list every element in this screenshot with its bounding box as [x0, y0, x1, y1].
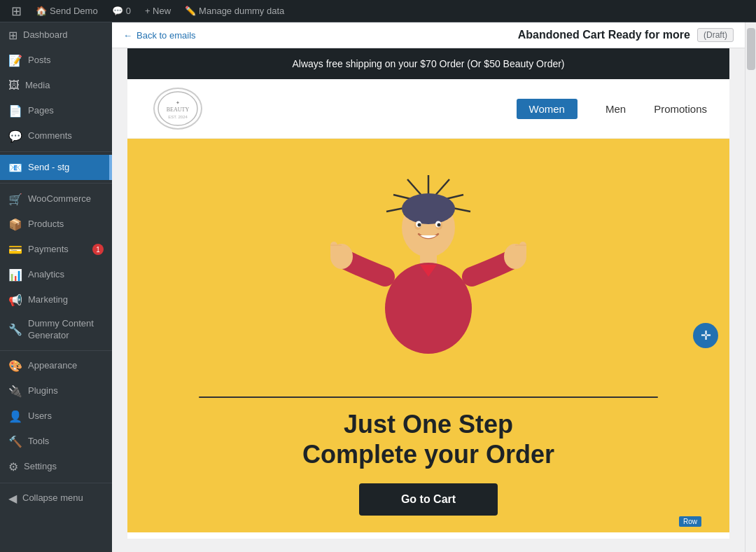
- svg-text:BEAUTY: BEAUTY: [167, 106, 190, 113]
- collapse-icon: ◀: [8, 492, 17, 505]
- dummy-content-icon: 🔧: [8, 323, 22, 336]
- sidebar-item-tools[interactable]: 🔨 Tools: [0, 429, 112, 455]
- comments-count: 0: [126, 6, 131, 16]
- svg-rect-22: [330, 242, 337, 257]
- sidebar-item-products[interactable]: 📦 Products: [0, 212, 112, 237]
- sidebar-item-label: Comments: [28, 130, 72, 142]
- sidebar-item-media[interactable]: 🖼 Media: [0, 73, 112, 98]
- sidebar-item-label: Media: [25, 80, 50, 92]
- sidebar-divider: [0, 483, 112, 483]
- comments-icon: 💬: [112, 6, 123, 16]
- wp-logo-icon: ⊞: [11, 4, 22, 19]
- users-icon: 👤: [8, 410, 22, 423]
- svg-text:✦: ✦: [176, 100, 180, 106]
- nav-link-women[interactable]: Women: [517, 99, 578, 119]
- move-icon: ✛: [701, 328, 711, 343]
- new-content-button[interactable]: + New: [139, 0, 176, 22]
- sidebar-item-plugins[interactable]: 🔌 Plugins: [0, 379, 112, 404]
- svg-rect-25: [519, 242, 526, 257]
- sidebar-item-label: Products: [28, 219, 64, 230]
- wp-logo-button[interactable]: ⊞: [6, 0, 27, 22]
- marketing-icon: 📢: [8, 294, 22, 307]
- email-nav-links: Women Men Promotions: [517, 99, 707, 119]
- draft-badge: (Draft): [697, 28, 734, 42]
- sidebar-divider: [0, 183, 112, 184]
- sidebar-item-label: Appearance: [28, 360, 77, 372]
- page-title: Abandoned Cart Ready for more: [518, 29, 690, 41]
- back-to-emails-link[interactable]: ← Back to emails: [123, 30, 196, 41]
- logo-svg: ✦ BEAUTY EST. 2024: [157, 90, 199, 127]
- email-canvas: Always free shipping on your $70 Order (…: [127, 48, 729, 539]
- nav-link-promotions[interactable]: Promotions: [654, 103, 707, 115]
- products-icon: 📦: [8, 218, 22, 231]
- sidebar-item-dummy-content[interactable]: 🔧 Dummy Content Generator: [0, 312, 112, 347]
- comments-button[interactable]: 💬 0: [106, 0, 136, 22]
- sidebar-item-label: Analytics: [28, 269, 64, 281]
- sidebar-item-payments[interactable]: 💳 Payments 1: [0, 237, 112, 262]
- sidebar-item-dashboard[interactable]: ⊞ Dashboard: [0, 22, 112, 48]
- sidebar-item-posts[interactable]: 📝 Posts: [0, 48, 112, 73]
- sidebar-divider: [0, 350, 112, 351]
- sidebar-item-settings[interactable]: ⚙ Settings: [0, 455, 112, 480]
- dashboard-icon: ⊞: [8, 29, 18, 42]
- back-arrow-icon: ←: [123, 30, 132, 41]
- nav-link-men[interactable]: Men: [606, 103, 626, 115]
- sidebar-item-label: Posts: [28, 55, 51, 67]
- sidebar-item-marketing[interactable]: 📢 Marketing: [0, 287, 112, 312]
- sidebar-item-appearance[interactable]: 🎨 Appearance: [0, 354, 112, 379]
- hero-divider: [199, 396, 658, 398]
- sidebar: ⊞ Dashboard 📝 Posts 🖼 Media 📄 Pages 💬 Co…: [0, 22, 112, 552]
- manage-dummy-label: Manage dummy data: [199, 6, 284, 16]
- site-name-button[interactable]: 🏠 Send Demo: [30, 0, 104, 22]
- go-to-cart-button[interactable]: Go to Cart: [359, 483, 498, 516]
- tools-icon: 🔨: [8, 435, 22, 448]
- sidebar-item-woocommerce[interactable]: 🛒 WooCommerce: [0, 186, 112, 212]
- character-illustration: [323, 161, 533, 385]
- woocommerce-icon: 🛒: [8, 193, 22, 206]
- email-preview-container[interactable]: Always free shipping on your $70 Order (…: [112, 48, 745, 552]
- sidebar-divider: [0, 151, 112, 152]
- settings-icon: ⚙: [8, 460, 18, 474]
- collapse-label: Collapse menu: [22, 492, 83, 504]
- sidebar-item-label: WooCommerce: [28, 193, 91, 205]
- sidebar-item-label: Send - stg: [28, 162, 69, 174]
- sidebar-item-users[interactable]: 👤 Users: [0, 404, 112, 429]
- admin-bar: ⊞ 🏠 Send Demo 💬 0 + New ✏️ Manage dummy …: [0, 0, 756, 22]
- sidebar-item-label: Pages: [28, 105, 54, 117]
- scrollbar-thumb[interactable]: [747, 28, 755, 70]
- site-name-label: Send Demo: [50, 6, 98, 16]
- payments-badge: 1: [92, 244, 104, 255]
- page-title-area: Abandoned Cart Ready for more (Draft): [518, 28, 734, 42]
- svg-point-12: [402, 193, 455, 224]
- svg-point-18: [438, 223, 441, 227]
- sidebar-item-label: Dashboard: [23, 29, 68, 41]
- appearance-icon: 🎨: [8, 359, 22, 373]
- hero-headline: Just One Step Complete your Order: [302, 409, 554, 469]
- sidebar-item-comments[interactable]: 💬 Comments: [0, 123, 112, 149]
- svg-text:EST. 2024: EST. 2024: [168, 115, 188, 119]
- sidebar-item-label: Plugins: [28, 385, 58, 397]
- sidebar-item-pages[interactable]: 📄 Pages: [0, 98, 112, 123]
- analytics-icon: 📊: [8, 268, 22, 282]
- email-nav: ✦ BEAUTY EST. 2024 Women Men Promotions: [127, 79, 729, 139]
- sidebar-item-label: Users: [28, 410, 52, 422]
- sidebar-item-send-stg[interactable]: 📧 Send - stg: [0, 155, 112, 180]
- right-scrollbar[interactable]: [745, 22, 756, 552]
- sidebar-item-label: Marketing: [28, 294, 68, 306]
- pages-icon: 📄: [8, 104, 22, 118]
- hero-text: Just One Step Complete your Order: [302, 409, 554, 469]
- manage-dummy-button[interactable]: ✏️ Manage dummy data: [179, 0, 290, 22]
- new-content-label: + New: [145, 6, 171, 16]
- send-icon: 📧: [8, 161, 22, 174]
- collapse-menu-button[interactable]: ◀ Collapse menu: [0, 486, 112, 511]
- comments-nav-icon: 💬: [8, 130, 22, 143]
- posts-icon: 📝: [8, 54, 22, 67]
- sidebar-item-analytics[interactable]: 📊 Analytics: [0, 262, 112, 287]
- sidebar-item-label: Settings: [24, 461, 57, 473]
- plugins-icon: 🔌: [8, 385, 22, 398]
- svg-point-17: [418, 223, 421, 227]
- email-banner: Always free shipping on your $70 Order (…: [127, 48, 729, 79]
- logo-circle: ✦ BEAUTY EST. 2024: [153, 88, 202, 130]
- move-handle[interactable]: ✛: [693, 323, 718, 348]
- page-header: ← Back to emails Abandoned Cart Ready fo…: [112, 22, 745, 48]
